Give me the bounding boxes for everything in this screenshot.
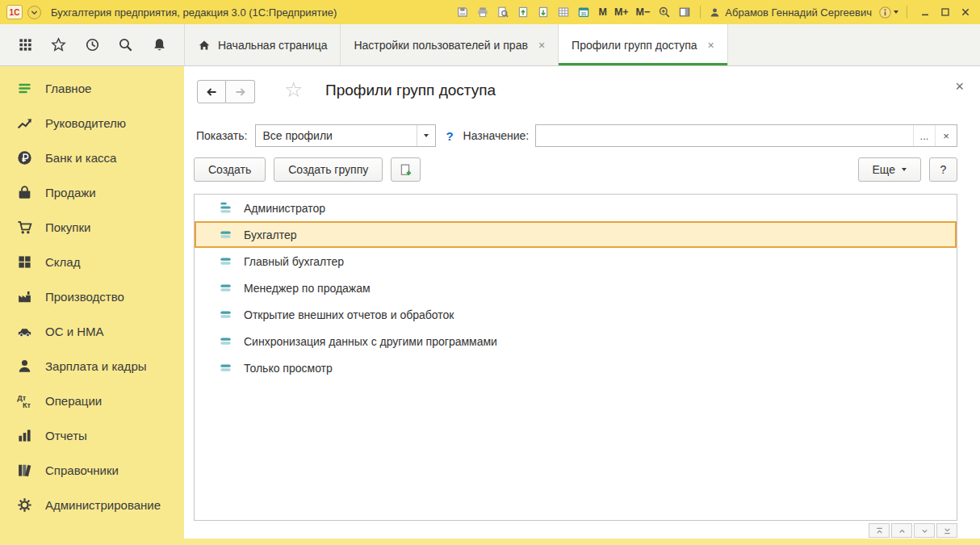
create-by-copy-button[interactable] — [391, 157, 421, 182]
app-logo: 1С — [6, 5, 23, 19]
calendar-button[interactable] — [576, 5, 591, 19]
tab-home[interactable]: Начальная страница × — [184, 24, 341, 65]
scroll-down-button[interactable] — [914, 523, 935, 538]
current-user-name: Абрамов Геннадий Сергеевич — [725, 6, 872, 19]
tab-user-settings[interactable]: Настройки пользователей и прав × — [341, 24, 559, 65]
favorites-button[interactable] — [50, 36, 68, 54]
profile-row-external-reports[interactable]: Открытие внешних отчетов и обработок — [195, 301, 957, 328]
sidebar-item-label: Главное — [45, 82, 91, 95]
sales-icon — [16, 184, 33, 201]
history-button[interactable] — [83, 36, 101, 54]
print-preview-button[interactable] — [496, 5, 510, 19]
zoom-button[interactable] — [657, 5, 672, 19]
sidebar-item-warehouse[interactable]: Склад — [0, 245, 184, 279]
sidebar-item-label: Производство — [45, 290, 124, 304]
sidebar-item-directories[interactable]: Справочники — [0, 453, 184, 488]
sidebar-item-label: Отчеты — [45, 429, 87, 442]
export-icon — [537, 6, 550, 19]
sidebar-item-sales[interactable]: Продажи — [0, 175, 184, 210]
sidebar-item-purchases[interactable]: Покупки — [0, 210, 184, 245]
show-label: Показать: — [196, 129, 247, 142]
sidebar-item-label: Операции — [45, 394, 102, 408]
sidebar-item-production[interactable]: Производство — [0, 279, 184, 314]
window-title: Бухгалтерия предприятия, редакция 3.0 (1… — [51, 6, 450, 19]
search-button[interactable] — [117, 36, 135, 54]
list-row-label: Главный бухгалтер — [244, 255, 344, 268]
tab-access-group-profiles[interactable]: Профили групп доступа × — [559, 24, 728, 65]
more-button[interactable]: Еще — [858, 157, 922, 182]
profile-row-sales-manager[interactable]: Менеджер по продажам — [195, 275, 957, 301]
sidebar-item-main[interactable]: Главное — [0, 71, 184, 106]
split-window-button[interactable] — [677, 5, 692, 19]
gear-icon — [16, 497, 33, 514]
purpose-clear-button[interactable]: × — [935, 125, 957, 146]
list-row-label: Администратор — [244, 202, 325, 215]
sidebar-item-reports[interactable]: Отчеты — [0, 418, 184, 453]
combo-dropdown-button[interactable] — [417, 125, 435, 146]
sidebar-item-payroll-hr[interactable]: Зарплата и кадры — [0, 349, 184, 384]
save-button[interactable] — [455, 5, 470, 19]
purpose-input[interactable] — [536, 125, 913, 146]
production-icon — [16, 288, 33, 305]
scroll-bottom-button[interactable] — [936, 523, 957, 538]
sidebar-item-operations[interactable]: Операции — [0, 384, 184, 418]
sidebar-item-administration[interactable]: Администрирование — [0, 488, 184, 522]
scroll-top-button[interactable] — [869, 523, 890, 538]
show-table-button[interactable] — [556, 5, 571, 19]
form-close-icon[interactable]: × — [955, 79, 964, 94]
notifications-button[interactable] — [150, 36, 168, 54]
minimize-button[interactable] — [917, 4, 933, 20]
maximize-icon — [940, 6, 951, 18]
memory-m-minus-button[interactable]: M− — [635, 6, 651, 18]
forward-button[interactable] — [226, 80, 255, 103]
profiles-filter-select[interactable]: Все профили — [255, 124, 436, 147]
main-menu-button[interactable] — [27, 6, 41, 19]
title-bar: 1С Бухгалтерия предприятия, редакция 3.0… — [0, 0, 980, 24]
apps-menu-button[interactable] — [16, 36, 34, 54]
create-button[interactable]: Создать — [194, 157, 266, 182]
arrow-right-icon — [234, 86, 247, 99]
table-icon — [557, 6, 570, 19]
print-button[interactable] — [475, 5, 490, 19]
reports-icon — [16, 427, 33, 444]
maximize-button[interactable] — [937, 4, 953, 20]
profile-row-view-only[interactable]: Только просмотр — [195, 354, 957, 381]
history-nav — [197, 80, 255, 103]
warehouse-icon — [16, 254, 33, 270]
profile-row-administrator[interactable]: Администратор — [195, 195, 957, 221]
history-icon — [85, 37, 100, 52]
create-group-button[interactable]: Создать группу — [274, 157, 383, 182]
tab-close-icon[interactable]: × — [538, 39, 545, 52]
attach-file-button[interactable] — [516, 5, 530, 19]
save-icon — [456, 6, 469, 19]
memory-m-plus-button[interactable]: M+ — [614, 6, 630, 18]
profile-row-chief-accountant[interactable]: Главный бухгалтер — [195, 248, 957, 275]
close-button[interactable] — [957, 4, 974, 20]
scroll-up-button[interactable] — [891, 523, 912, 538]
sidebar-item-bank-cash[interactable]: Банк и касса — [0, 140, 184, 175]
current-user-button[interactable]: Абрамов Геннадий Сергеевич — [709, 6, 872, 19]
profile-row-accountant[interactable]: Бухгалтер — [195, 221, 957, 248]
print-icon — [476, 6, 489, 19]
sidebar-item-fixed-assets[interactable]: ОС и НМА — [0, 314, 184, 349]
favorite-star-icon[interactable]: ☆ — [284, 78, 303, 103]
tab-label: Профили групп доступа — [572, 39, 697, 52]
tab-close-icon[interactable]: × — [708, 39, 714, 52]
memory-buttons: MM+M− — [597, 6, 651, 18]
profiles-filter-value: Все профили — [256, 125, 417, 146]
back-button[interactable] — [197, 80, 226, 103]
memory-m-button[interactable]: M — [597, 6, 607, 18]
profiles-list: Администратор Бухгалтер Главный бухгалте… — [194, 194, 957, 521]
sidebar-item-manager[interactable]: Руководителю — [0, 106, 184, 140]
sidebar-item-label: ОС и НМА — [45, 325, 104, 338]
list-scroll-buttons — [869, 523, 957, 538]
profile-row-data-sync[interactable]: Синхронизация данных с другими программа… — [195, 328, 957, 354]
sidebar-item-label: Администрирование — [45, 498, 161, 512]
sidebar-item-label: Руководителю — [45, 116, 126, 130]
export-button[interactable] — [536, 5, 551, 19]
purpose-choose-button[interactable]: ... — [913, 125, 935, 146]
help-button[interactable]: ? — [929, 157, 957, 182]
profile-icon — [219, 334, 232, 348]
filter-help-link[interactable]: ? — [446, 129, 453, 143]
service-info-button[interactable] — [878, 6, 898, 19]
